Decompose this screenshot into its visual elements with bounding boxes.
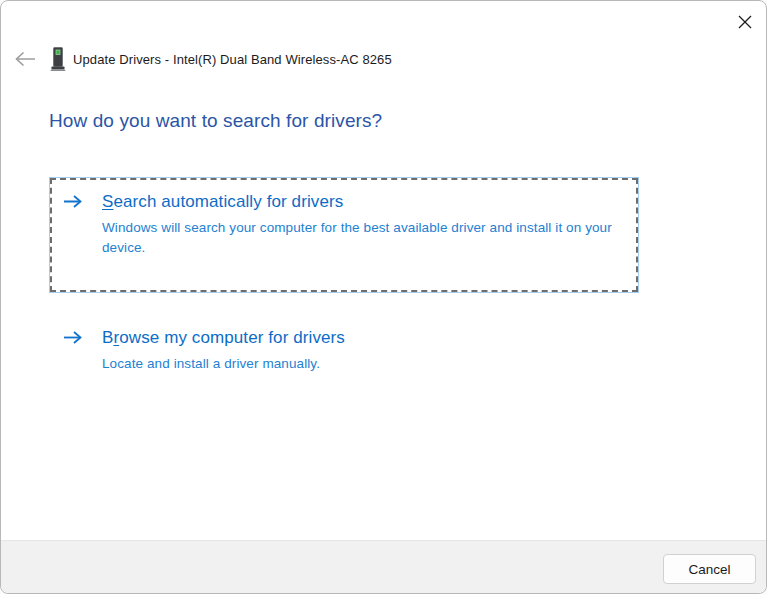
option-content-body: Browse my computer for drivers Locate an… xyxy=(102,326,345,374)
forward-arrow-icon xyxy=(63,330,83,349)
option-search-automatically[interactable]: Search automatically for drivers Windows… xyxy=(49,177,639,293)
update-drivers-wizard-window: Update Drivers - Intel(R) Dual Band Wire… xyxy=(0,0,767,594)
wizard-header: Update Drivers - Intel(R) Dual Band Wire… xyxy=(1,45,766,75)
page-title: How do you want to search for drivers? xyxy=(49,110,382,132)
label-segment: owse my computer for drivers xyxy=(119,328,345,347)
footer-bar: Cancel xyxy=(1,540,766,593)
wizard-title: Update Drivers - Intel(R) Dual Band Wire… xyxy=(73,52,392,67)
forward-arrow-icon xyxy=(63,194,83,213)
focus-rectangle: Search automatically for drivers Windows… xyxy=(50,178,638,292)
back-button[interactable] xyxy=(12,48,38,70)
label-accelerator: S xyxy=(102,192,113,211)
cancel-button[interactable]: Cancel xyxy=(663,554,756,584)
back-arrow-icon xyxy=(14,51,36,67)
label-segment: earch automatically for drivers xyxy=(113,192,343,211)
device-icon xyxy=(49,46,66,77)
option-content: Search automatically for drivers Windows… xyxy=(102,190,624,258)
close-icon xyxy=(738,15,752,29)
option-search-title: Search automatically for drivers xyxy=(102,192,343,211)
close-button[interactable] xyxy=(729,7,761,37)
option-content: Browse my computer for drivers Locate an… xyxy=(49,323,639,374)
option-browse-description: Locate and install a driver manually. xyxy=(102,354,345,374)
label-segment: B xyxy=(102,328,113,347)
option-browse-computer[interactable]: Browse my computer for drivers Locate an… xyxy=(49,323,639,374)
option-browse-title: Browse my computer for drivers xyxy=(102,328,345,347)
option-search-description: Windows will search your computer for th… xyxy=(102,218,624,258)
